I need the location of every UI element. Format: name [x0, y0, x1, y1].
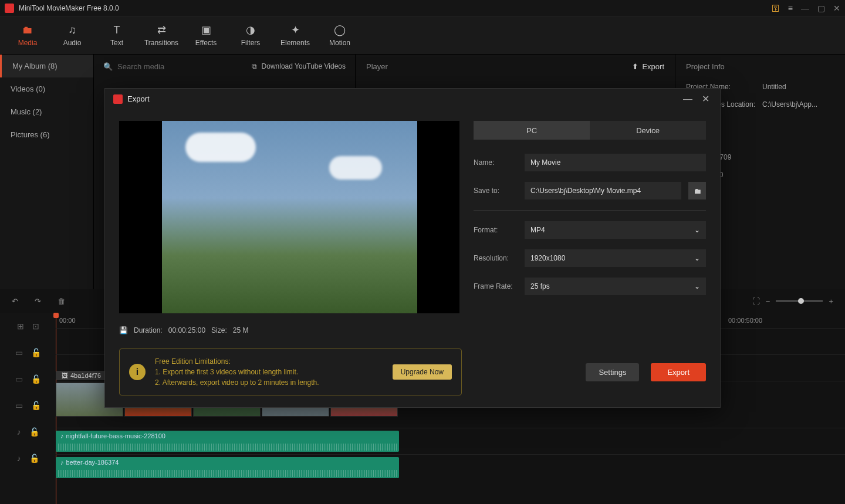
- sidebar-item-pictures[interactable]: Pictures (6): [0, 123, 93, 146]
- app-title: MiniTool MovieMaker Free 8.0.0: [19, 4, 772, 12]
- effects-icon: ▣: [201, 23, 211, 36]
- music-note-icon: ♪: [60, 432, 64, 439]
- project-info-title: Project Info: [686, 62, 725, 71]
- fit-icon[interactable]: ⛶: [752, 297, 760, 306]
- modal-title-text: Export: [127, 94, 150, 103]
- elements-icon: ✦: [291, 23, 300, 36]
- export-modal: Export — ✕ 💾 Duration: 00:00:25:00 Size:…: [104, 88, 721, 408]
- download-icon: ⧉: [252, 62, 257, 70]
- minimize-icon[interactable]: —: [801, 4, 809, 13]
- tab-motion[interactable]: ◯Motion: [319, 16, 360, 54]
- add-track-icon[interactable]: ⊞: [17, 322, 24, 331]
- preview-image: [162, 121, 417, 313]
- modal-logo-icon: [113, 94, 123, 104]
- limitation-notice: i Free Edition Limitations: 1. Export th…: [119, 349, 462, 395]
- video-track-icon: ▭: [15, 401, 23, 410]
- upgrade-button[interactable]: Upgrade Now: [393, 364, 452, 380]
- size-label: Size:: [211, 326, 227, 334]
- lock-icon[interactable]: 🔓: [31, 401, 41, 410]
- tab-elements[interactable]: ✦Elements: [275, 16, 316, 54]
- player-title: Player: [366, 62, 388, 71]
- audio-clip[interactable]: ♪better-day-186374: [56, 457, 399, 478]
- audio-clip[interactable]: ♪nightfall-future-bass-music-228100: [56, 431, 399, 452]
- music-icon: ♫: [68, 24, 76, 36]
- tab-media[interactable]: 🖿Media: [7, 16, 48, 54]
- export-button[interactable]: Export: [651, 363, 706, 381]
- format-select[interactable]: MP4⌄: [525, 221, 706, 239]
- sidebar-item-music[interactable]: Music (2): [0, 100, 93, 123]
- export-preview: [119, 121, 459, 313]
- search-icon: 🔍: [103, 62, 113, 71]
- key-icon[interactable]: ⚿: [772, 4, 780, 13]
- export-top-button[interactable]: ⬆ Export: [632, 62, 664, 71]
- modal-close-icon[interactable]: ✕: [699, 93, 712, 104]
- info-icon: i: [129, 364, 146, 380]
- settings-button[interactable]: Settings: [586, 363, 639, 381]
- search-input[interactable]: 🔍 Search media: [103, 62, 240, 71]
- resolution-label: Resolution:: [474, 254, 518, 262]
- tab-filters[interactable]: ◑Filters: [230, 16, 271, 54]
- save-icon: 💾: [119, 326, 128, 334]
- media-sidebar: My Album (8) Videos (0) Music (2) Pictur…: [0, 55, 94, 289]
- video-track-icon: ▭: [15, 348, 23, 357]
- framerate-label: Frame Rate:: [474, 282, 518, 290]
- audio-track-icon: ♪: [17, 427, 21, 437]
- sidebar-item-album[interactable]: My Album (8): [0, 55, 93, 77]
- tab-pc[interactable]: PC: [474, 121, 590, 140]
- audio-track-icon: ♪: [17, 454, 21, 463]
- limit-title: Free Edition Limitations:: [155, 356, 383, 367]
- track-options-icon[interactable]: ⊡: [32, 322, 39, 331]
- folder-icon: 🖿: [694, 187, 701, 195]
- download-youtube-button[interactable]: ⧉ Download YouTube Videos: [252, 62, 346, 70]
- image-icon: 🖼: [62, 372, 68, 379]
- tab-audio[interactable]: ♫Audio: [52, 16, 93, 54]
- duration-value: 00:00:25:00: [168, 326, 205, 334]
- delete-icon[interactable]: 🗑: [58, 297, 65, 306]
- lock-icon[interactable]: 🔓: [29, 427, 39, 437]
- resolution-select[interactable]: 1920x1080⌄: [525, 249, 706, 267]
- saveto-input[interactable]: [525, 182, 681, 199]
- motion-icon: ◯: [334, 23, 346, 36]
- undo-icon[interactable]: ↶: [12, 297, 18, 306]
- format-label: Format:: [474, 226, 518, 234]
- redo-icon[interactable]: ↷: [35, 297, 41, 306]
- chevron-down-icon: ⌄: [694, 254, 700, 262]
- sidebar-item-videos[interactable]: Videos (0): [0, 77, 93, 100]
- project-name-value: Untitled: [762, 83, 786, 91]
- tab-device[interactable]: Device: [590, 121, 706, 140]
- titlebar: MiniTool MovieMaker Free 8.0.0 ⚿ ≡ — ▢ ✕: [0, 0, 845, 16]
- lock-icon[interactable]: 🔓: [31, 374, 41, 384]
- size-value: 25 M: [233, 326, 249, 334]
- menu-icon[interactable]: ≡: [788, 4, 793, 13]
- modal-minimize-icon[interactable]: —: [681, 94, 695, 104]
- app-logo-icon: [5, 4, 14, 13]
- zoom-out-icon[interactable]: −: [766, 297, 770, 306]
- text-icon: T: [114, 24, 120, 36]
- project-loc-value: C:\Users\bj\App...: [762, 100, 817, 109]
- limit-line-2: 2. Afterwards, export video up to 2 minu…: [155, 377, 383, 388]
- chevron-down-icon: ⌄: [694, 282, 700, 290]
- track-headers: ⊞⊡ ▭🔓 ▭🔓 ▭🔓 ♪🔓 ♪🔓: [0, 313, 56, 504]
- zoom-in-icon[interactable]: +: [829, 297, 833, 306]
- video-track-icon: ▭: [15, 374, 23, 384]
- duration-label: Duration:: [134, 326, 163, 334]
- browse-button[interactable]: 🖿: [688, 182, 706, 199]
- export-icon: ⬆: [632, 62, 638, 71]
- zoom-slider[interactable]: [776, 300, 823, 302]
- folder-icon: 🖿: [22, 24, 33, 36]
- maximize-icon[interactable]: ▢: [817, 4, 825, 13]
- chevron-down-icon: ⌄: [694, 226, 700, 234]
- close-icon[interactable]: ✕: [833, 4, 840, 13]
- lock-icon[interactable]: 🔓: [31, 348, 41, 357]
- main-toolbar: 🖿Media ♫Audio TText ⇄Transitions ▣Effect…: [0, 16, 845, 55]
- transition-icon: ⇄: [157, 23, 166, 36]
- saveto-label: Save to:: [474, 187, 518, 195]
- limit-line-1: 1. Export the first 3 videos without len…: [155, 367, 383, 377]
- lock-icon[interactable]: 🔓: [29, 454, 39, 463]
- name-label: Name:: [474, 158, 518, 167]
- tab-text[interactable]: TText: [96, 16, 137, 54]
- tab-transitions[interactable]: ⇄Transitions: [141, 16, 182, 54]
- framerate-select[interactable]: 25 fps⌄: [525, 278, 706, 295]
- tab-effects[interactable]: ▣Effects: [185, 16, 227, 54]
- name-input[interactable]: [525, 154, 706, 171]
